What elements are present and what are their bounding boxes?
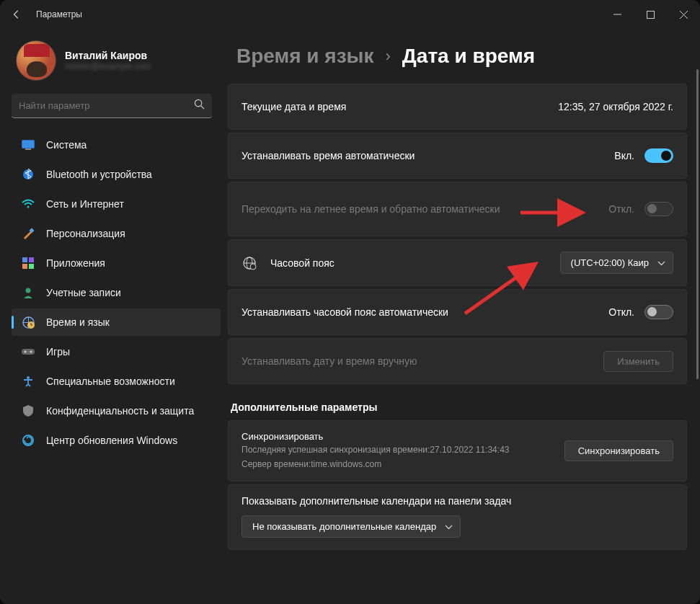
row-timezone: Часовой пояс (UTC+02:00) Каир xyxy=(228,239,687,286)
row-sync: Синхронизировать Последняя успешная синх… xyxy=(228,420,687,481)
svg-rect-13 xyxy=(22,264,27,269)
sidebar-item-label: Персонализация xyxy=(46,228,125,239)
timezone-dropdown[interactable]: (UTC+02:00) Каир xyxy=(560,252,673,274)
sidebar-item-privacy[interactable]: Конфиденциальность и защита xyxy=(12,397,221,425)
svg-point-4 xyxy=(195,99,201,106)
sidebar-item-label: Приложения xyxy=(46,257,105,269)
sidebar-item-system[interactable]: Система xyxy=(12,131,221,159)
calendars-dropdown[interactable]: Не показывать дополнительные календар xyxy=(242,515,461,538)
svg-line-5 xyxy=(201,106,204,109)
profile-block[interactable]: Виталий Каиров hidden@example.com xyxy=(12,35,221,91)
auto-tz-toggle[interactable] xyxy=(644,305,673,319)
globe-clock-icon xyxy=(22,316,35,329)
search-box[interactable] xyxy=(12,94,212,118)
minimize-button[interactable] xyxy=(601,0,634,29)
svg-rect-12 xyxy=(29,257,34,262)
main-content: Время и язык › Дата и время Текущие дата… xyxy=(223,29,700,604)
profile-name: Виталий Каиров xyxy=(65,50,151,61)
chevron-down-icon xyxy=(445,521,453,532)
app-title: Параметры xyxy=(36,9,82,19)
sidebar-item-accessibility[interactable]: Специальные возможности xyxy=(12,368,221,395)
sidebar-item-label: Игры xyxy=(46,346,70,357)
row-auto-timezone[interactable]: Устанавливать часовой пояс автоматически… xyxy=(228,289,687,335)
current-datetime-label: Текущие дата и время xyxy=(242,101,558,112)
row-current-datetime: Текущие дата и время 12:35, 27 октября 2… xyxy=(228,84,687,130)
close-button[interactable] xyxy=(667,0,700,29)
sidebar-item-label: Сеть и Интернет xyxy=(46,198,124,210)
auto-time-state: Вкл. xyxy=(614,150,634,161)
sidebar-item-label: Конфиденциальность и защита xyxy=(46,405,194,417)
sidebar-item-windows-update[interactable]: Центр обновления Windows xyxy=(12,427,221,454)
breadcrumb-parent[interactable]: Время и язык xyxy=(236,45,374,68)
sidebar-item-gaming[interactable]: Игры xyxy=(12,338,221,365)
avatar xyxy=(16,40,56,81)
timezone-label: Часовой пояс xyxy=(270,257,560,269)
person-icon xyxy=(22,286,35,299)
svg-point-15 xyxy=(26,288,31,293)
nav: Система Bluetooth и устройства Сеть и Ин… xyxy=(12,131,221,454)
globe-icon xyxy=(242,256,257,270)
svg-rect-7 xyxy=(25,148,31,150)
change-button: Изменить xyxy=(603,351,673,372)
breadcrumb: Время и язык › Дата и время xyxy=(228,45,687,68)
shield-icon xyxy=(22,404,35,417)
update-icon xyxy=(22,434,35,447)
gamepad-icon xyxy=(22,345,35,358)
maximize-button[interactable] xyxy=(634,0,667,29)
svg-point-19 xyxy=(25,351,27,353)
sidebar: Виталий Каиров hidden@example.com Систем… xyxy=(0,29,223,604)
auto-tz-state: Откл. xyxy=(608,306,634,318)
search-icon xyxy=(194,99,205,112)
settings-window: Параметры Виталий Каиров hidden@example.… xyxy=(0,0,700,604)
timezone-value: (UTC+02:00) Каир xyxy=(571,257,649,268)
svg-point-9 xyxy=(27,206,30,208)
sync-button[interactable]: Синхронизировать xyxy=(564,440,673,461)
profile-email: hidden@example.com xyxy=(65,61,151,71)
chevron-down-icon xyxy=(657,257,665,268)
bluetooth-icon xyxy=(22,168,35,181)
sidebar-item-apps[interactable]: Приложения xyxy=(12,249,221,277)
sidebar-item-label: Bluetooth и устройства xyxy=(46,169,152,180)
sync-server: Сервер времени:time.windows.com xyxy=(242,458,564,471)
sidebar-item-label: Центр обновления Windows xyxy=(46,435,177,446)
row-dst: Переходить на летнее время и обратно авт… xyxy=(228,182,687,236)
calendars-value: Не показывать дополнительные календар xyxy=(252,521,436,532)
sidebar-item-network[interactable]: Сеть и Интернет xyxy=(12,190,221,218)
brush-icon xyxy=(22,227,35,240)
svg-point-26 xyxy=(250,264,256,270)
accessibility-icon xyxy=(22,375,35,388)
wifi-icon xyxy=(22,197,35,210)
sidebar-item-label: Специальные возможности xyxy=(46,376,175,387)
row-auto-time[interactable]: Устанавливать время автоматически Вкл. xyxy=(228,133,687,179)
svg-rect-1 xyxy=(647,11,654,18)
calendars-label: Показывать дополнительные календари на п… xyxy=(242,495,673,507)
row-manual-datetime: Устанавливать дату и время вручную Измен… xyxy=(228,338,687,384)
sync-title: Синхронизировать xyxy=(242,431,564,442)
sync-last: Последняя успешная синхронизация времени… xyxy=(242,443,564,456)
sidebar-item-accounts[interactable]: Учетные записи xyxy=(12,279,221,306)
titlebar: Параметры xyxy=(0,0,700,29)
row-additional-calendars: Показывать дополнительные календари на п… xyxy=(228,484,687,550)
sidebar-item-label: Система xyxy=(46,139,87,151)
svg-point-20 xyxy=(30,351,32,353)
additional-section-title: Дополнительные параметры xyxy=(231,401,687,413)
svg-point-21 xyxy=(27,376,30,379)
sidebar-item-personalization[interactable]: Персонализация xyxy=(12,220,221,247)
sidebar-item-time-language[interactable]: Время и язык xyxy=(12,308,221,336)
sidebar-item-bluetooth[interactable]: Bluetooth и устройства xyxy=(12,161,221,188)
manual-label: Устанавливать дату и время вручную xyxy=(242,355,603,367)
back-button[interactable] xyxy=(10,8,23,21)
sidebar-item-label: Время и язык xyxy=(46,316,110,328)
auto-time-label: Устанавливать время автоматически xyxy=(242,150,614,161)
system-icon xyxy=(22,138,35,151)
svg-rect-11 xyxy=(22,257,27,262)
svg-rect-14 xyxy=(29,264,34,269)
scrollbar[interactable] xyxy=(696,69,699,379)
page-title: Дата и время xyxy=(402,45,535,68)
svg-rect-18 xyxy=(22,349,35,355)
apps-icon xyxy=(22,257,35,270)
search-input[interactable] xyxy=(19,100,194,111)
dst-toggle xyxy=(644,202,673,216)
chevron-right-icon: › xyxy=(386,47,391,66)
auto-time-toggle[interactable] xyxy=(644,148,673,163)
